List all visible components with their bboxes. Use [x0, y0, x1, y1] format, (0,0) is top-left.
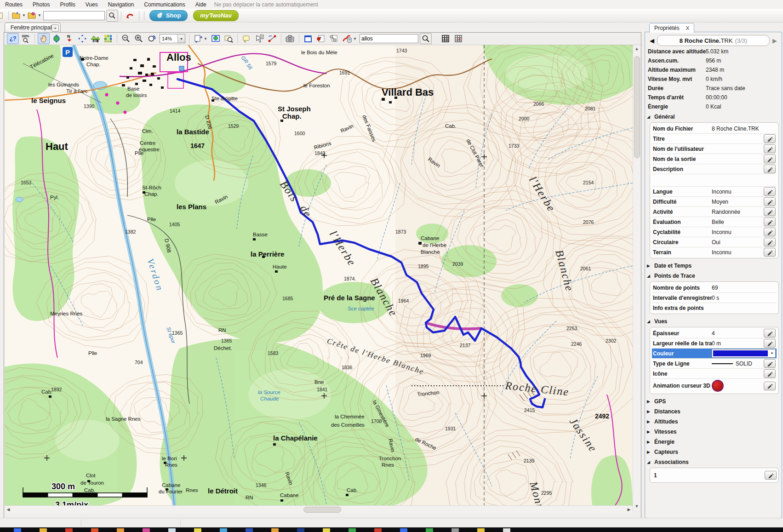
- taskbar-icon[interactable]: [65, 528, 73, 532]
- section-header-associations[interactable]: ◢Associations: [645, 458, 782, 467]
- edit-pencil-button[interactable]: [764, 217, 776, 226]
- taskbar-icon[interactable]: [14, 528, 21, 532]
- scroll-down-arrow[interactable]: ▼: [633, 503, 640, 510]
- measure-distance-button[interactable]: [266, 33, 278, 44]
- edit-pencil-button[interactable]: [764, 238, 776, 246]
- edit-pencil-button[interactable]: [764, 134, 776, 143]
- edit-pencil-button[interactable]: [764, 187, 776, 196]
- taskbar-icon[interactable]: [426, 528, 433, 532]
- horizontal-scroll-thumb[interactable]: [303, 507, 341, 513]
- partial-icon[interactable]: [0, 10, 6, 22]
- screenshot-button[interactable]: [284, 33, 296, 44]
- track-title[interactable]: 8 Roche Cline.TRK (3/3): [657, 35, 770, 46]
- shop-button[interactable]: Shop: [149, 10, 188, 21]
- taskbar-icon[interactable]: [349, 528, 356, 532]
- grid-button[interactable]: [440, 33, 452, 44]
- map-horizontal-scrollbar[interactable]: ◀ ▶: [5, 505, 633, 513]
- taskbar-icon[interactable]: [374, 528, 382, 532]
- taskbar-icon[interactable]: [91, 528, 98, 532]
- move-view-button[interactable]: [76, 33, 88, 44]
- edit-pencil-button[interactable]: [764, 359, 776, 368]
- taskbar-icon[interactable]: [323, 528, 330, 532]
- color-combo[interactable]: ▼: [712, 349, 776, 358]
- recenter-map-button[interactable]: [51, 33, 63, 44]
- open-file-button[interactable]: ▼: [11, 10, 26, 22]
- scroll-right-arrow[interactable]: ▶: [625, 506, 633, 513]
- new-route-button[interactable]: ▼: [341, 33, 358, 44]
- zoom-level-combo[interactable]: 14% ▼: [160, 34, 185, 43]
- edit-pencil-button[interactable]: [764, 339, 776, 348]
- pan-tool-button[interactable]: [38, 33, 50, 44]
- edit-pencil-button[interactable]: [764, 165, 776, 173]
- mosaic-view-button[interactable]: [102, 33, 114, 44]
- new-track-button[interactable]: [328, 33, 340, 44]
- map-vertical-scrollbar[interactable]: ▲ ▼: [633, 45, 640, 510]
- prev-track-button[interactable]: ◀: [647, 37, 657, 44]
- taskbar-icon[interactable]: [400, 528, 407, 532]
- view-3d-button[interactable]: 3D: [89, 33, 101, 44]
- scroll-up-arrow[interactable]: ▲: [633, 45, 640, 52]
- grid-utm-button[interactable]: #: [452, 33, 464, 44]
- taskbar-icon[interactable]: [477, 528, 485, 532]
- edit-pencil-button[interactable]: [764, 207, 776, 216]
- taskbar-icon[interactable]: [194, 528, 201, 532]
- menu-vues[interactable]: Vues: [80, 0, 103, 9]
- edit-pencil-button[interactable]: [764, 369, 776, 378]
- windows-taskbar[interactable]: [0, 527, 783, 532]
- north-orientation-button[interactable]: N: [63, 33, 75, 44]
- section-header-date-et-temps[interactable]: ▶Date et Temps: [645, 261, 782, 270]
- taskbar-icon[interactable]: [40, 528, 47, 532]
- eagle-eye-button[interactable]: [223, 33, 234, 44]
- scroll-left-arrow[interactable]: ◀: [5, 506, 12, 513]
- taskbar-icon[interactable]: [117, 528, 124, 532]
- global-search-button[interactable]: [106, 10, 118, 22]
- menu-photos[interactable]: Photos: [28, 0, 55, 9]
- zoom-100-button[interactable]: 100%: [20, 33, 32, 44]
- zoom-selection-button[interactable]: [146, 33, 158, 44]
- next-track-button[interactable]: ▶: [770, 37, 780, 44]
- map-canvas[interactable]: P Notre-DameChap.Allos1743le Bois du Mèl…: [5, 45, 633, 510]
- menu-profils[interactable]: Profils: [55, 0, 80, 9]
- vertical-scroll-thumb[interactable]: [634, 56, 640, 158]
- menu-communications[interactable]: Communications: [139, 0, 190, 9]
- object-info-button[interactable]: [253, 33, 265, 44]
- section-header-gps[interactable]: ▶GPS: [645, 397, 782, 406]
- pages-button[interactable]: ▼: [192, 33, 209, 44]
- section-header-g-n-ral[interactable]: ◢Général: [645, 112, 782, 121]
- section-header-distances[interactable]: ▶Distances: [645, 407, 782, 416]
- undo-button[interactable]: [124, 10, 136, 22]
- edit-pencil-button[interactable]: [764, 382, 776, 390]
- taskbar-icon[interactable]: [168, 528, 176, 532]
- cursor-3d-icon[interactable]: [712, 380, 724, 392]
- help-mode-button[interactable]: ¿?: [7, 33, 19, 44]
- global-search-input[interactable]: [43, 11, 105, 20]
- open-recent-button[interactable]: ▼: [27, 10, 42, 22]
- edit-pencil-button[interactable]: [764, 144, 776, 153]
- section-header-vitesses[interactable]: ▶Vitesses: [645, 427, 782, 436]
- map-search-input[interactable]: [360, 34, 418, 43]
- new-note-button[interactable]: [240, 33, 252, 44]
- tab-properties[interactable]: Propriétés X: [649, 23, 694, 33]
- edit-pencil-button[interactable]: [764, 248, 776, 257]
- taskbar-icon[interactable]: [246, 528, 253, 532]
- edit-pencil-button[interactable]: [765, 471, 777, 480]
- map-search-button[interactable]: [420, 33, 432, 44]
- taskbar-icon[interactable]: [143, 528, 150, 532]
- edit-pencil-button[interactable]: [764, 197, 776, 206]
- section-header-altitudes[interactable]: ▶Altitudes: [645, 417, 782, 426]
- edit-pencil-button[interactable]: [764, 228, 776, 236]
- section-header-points-de-trace[interactable]: ◢Points de Trace: [645, 271, 782, 280]
- menu-aide[interactable]: Aide: [190, 0, 211, 9]
- taskbar-icon[interactable]: [271, 528, 279, 532]
- menu-routes[interactable]: Routes: [0, 0, 28, 9]
- taskbar-icon[interactable]: [220, 528, 227, 532]
- section-header--nergie[interactable]: ▶Énergie: [645, 437, 782, 446]
- close-icon[interactable]: X: [686, 25, 689, 31]
- taskbar-icon[interactable]: [503, 528, 510, 532]
- edit-pencil-button[interactable]: [764, 329, 776, 338]
- minimap-button[interactable]: [210, 33, 222, 44]
- taskbar-icon[interactable]: [297, 528, 304, 532]
- topo-map[interactable]: P Notre-DameChap.Allos1743le Bois du Mèl…: [5, 45, 633, 510]
- section-header-vues[interactable]: ◢Vues: [645, 317, 782, 326]
- new-map-window-button[interactable]: [302, 33, 314, 44]
